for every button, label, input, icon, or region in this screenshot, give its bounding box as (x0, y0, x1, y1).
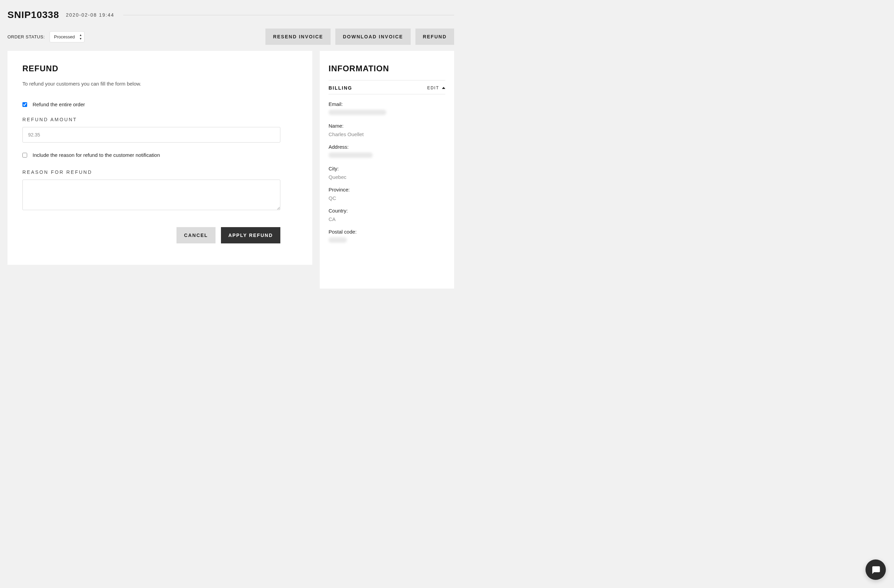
order-date: 2020-02-08 19:44 (66, 12, 115, 18)
apply-refund-button[interactable]: APPLY REFUND (221, 227, 280, 243)
refund-subtext: To refund your customers you can fill th… (23, 81, 297, 86)
include-reason-row[interactable]: Include the reason for refund to the cus… (23, 152, 297, 158)
refund-panel: REFUND To refund your customers you can … (8, 51, 312, 265)
postal-value (329, 237, 445, 244)
email-label: Email: (329, 101, 445, 107)
divider (123, 15, 454, 15)
country-value: CA (329, 216, 445, 222)
divider (329, 80, 445, 80)
page-header: SNIP10338 2020-02-08 19:44 (8, 9, 454, 20)
order-status-select[interactable]: Processed ▴▾ (50, 31, 85, 42)
province-value: QC (329, 195, 445, 201)
refund-entire-label: Refund the entire order (33, 101, 85, 107)
address-value (329, 153, 445, 159)
caret-up-icon (442, 87, 445, 89)
postal-label: Postal code: (329, 229, 445, 234)
resend-invoice-button[interactable]: RESEND INVOICE (266, 29, 331, 45)
billing-edit-label: EDIT (427, 86, 439, 90)
refund-form-actions: CANCEL APPLY REFUND (23, 227, 280, 243)
province-label: Province: (329, 187, 445, 192)
download-invoice-button[interactable]: DOWNLOAD INVOICE (335, 29, 410, 45)
header-actions: RESEND INVOICE DOWNLOAD INVOICE REFUND (266, 29, 454, 45)
refund-amount-input[interactable] (23, 127, 280, 143)
refund-entire-row[interactable]: Refund the entire order (23, 101, 297, 107)
order-status-label: ORDER STATUS: (8, 34, 45, 39)
reason-textarea[interactable] (23, 180, 280, 210)
order-status: ORDER STATUS: Processed ▴▾ (8, 31, 85, 42)
include-reason-label: Include the reason for refund to the cus… (33, 152, 160, 158)
name-label: Name: (329, 123, 445, 128)
refund-amount-label: REFUND AMOUNT (23, 117, 297, 122)
divider (329, 94, 445, 94)
city-value: Quebec (329, 174, 445, 180)
billing-edit-toggle[interactable]: EDIT (427, 86, 445, 90)
name-value: Charles Ouellet (329, 132, 445, 137)
information-title: INFORMATION (329, 64, 445, 73)
order-id: SNIP10338 (8, 9, 59, 20)
city-label: City: (329, 166, 445, 171)
email-value (329, 110, 445, 116)
reason-label: REASON FOR REFUND (23, 169, 297, 175)
cancel-button[interactable]: CANCEL (177, 227, 215, 243)
address-label: Address: (329, 144, 445, 150)
refund-entire-checkbox[interactable] (23, 102, 27, 107)
order-status-value: Processed (54, 34, 75, 39)
include-reason-checkbox[interactable] (23, 153, 27, 157)
select-caret-icon: ▴▾ (80, 33, 82, 41)
country-label: Country: (329, 208, 445, 213)
refund-title: REFUND (23, 64, 297, 73)
information-panel: INFORMATION BILLING EDIT Email: Name: Ch… (320, 51, 454, 289)
refund-button[interactable]: REFUND (415, 29, 454, 45)
billing-title: BILLING (329, 85, 352, 91)
